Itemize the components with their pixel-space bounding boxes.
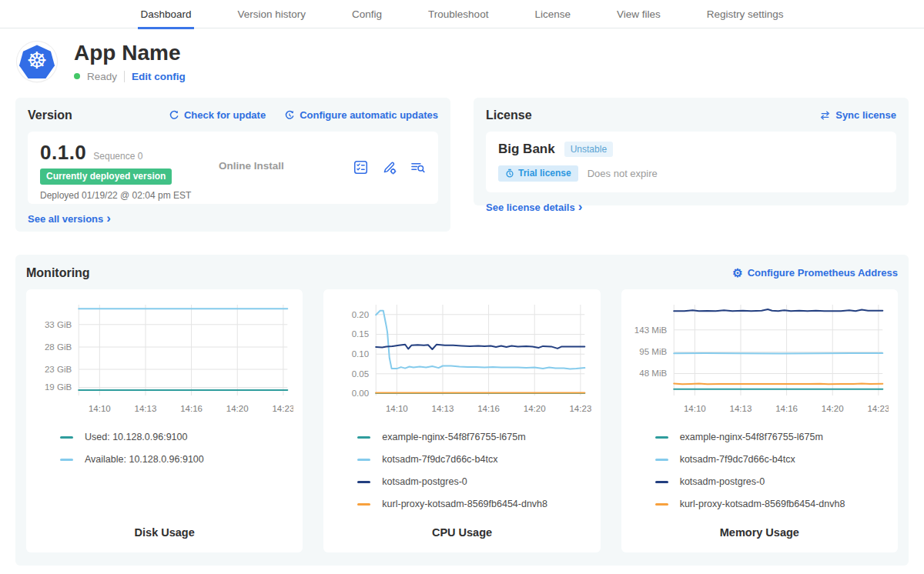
release-notes-icon[interactable] [353,159,369,175]
kubernetes-wheel-icon: ☸ [19,45,55,78]
legend-item: Available: 10.128.0.96:9100 [60,449,293,471]
legend-swatch [655,503,668,506]
legend-label: example-nginx-54f8f76755-l675m [382,432,525,442]
chevron-right-icon: › [578,200,583,213]
edit-config-link[interactable]: Edit config [132,71,186,82]
see-license-details-link[interactable]: See license details › [486,202,896,213]
svg-text:33 GiB: 33 GiB [45,320,72,329]
monitoring-panel: Monitoring ⚙ Configure Prometheus Addres… [15,255,909,566]
memory-usage-chart-card: 48 MiB95 MiB143 MiB14:1014:1314:1614:201… [621,289,898,552]
svg-text:0.10: 0.10 [352,349,369,359]
configure-automatic-updates-link[interactable]: Configure automatic updates [284,109,438,121]
monitoring-heading: Monitoring [26,266,90,280]
legend-label: kotsadm-7f9dc7d66c-b4tcx [382,454,497,465]
tab-dashboard[interactable]: Dashboard [138,8,193,29]
svg-text:14:13: 14:13 [729,404,752,413]
svg-text:14:16: 14:16 [775,404,798,413]
chevron-right-icon: › [106,212,111,225]
legend-label: kurl-proxy-kotsadm-8569fb6454-dnvh8 [680,499,845,509]
svg-text:14:10: 14:10 [684,404,706,413]
legend-swatch [655,436,668,439]
legend-swatch [357,436,370,439]
svg-text:14:23: 14:23 [570,404,591,413]
trial-license-badge: Trial license [498,165,578,182]
svg-text:14:13: 14:13 [432,404,454,413]
deployed-badge: Currently deployed version [40,169,172,185]
legend-swatch [655,481,668,483]
app-header: ☸ App Name Ready Edit config [0,28,924,98]
legend-item: kotsadm-postgres-0 [357,471,591,493]
svg-text:14:20: 14:20 [524,404,546,413]
legend-item: example-nginx-54f8f76755-l675m [655,426,889,449]
top-nav: Dashboard Version history Config Trouble… [0,0,924,28]
cpu-usage-plot: 0.000.050.100.150.2014:1014:1314:1614:20… [333,299,591,420]
cpu-usage-legend: example-nginx-54f8f76755-l675mkotsadm-7f… [333,426,591,516]
divider [124,71,125,82]
legend-swatch [655,459,668,461]
tab-registry-settings[interactable]: Registry settings [705,8,786,29]
svg-text:14:23: 14:23 [272,404,293,413]
sync-license-link[interactable]: Sync license [819,109,896,121]
svg-text:14:16: 14:16 [477,404,500,413]
legend-label: example-nginx-54f8f76755-l675m [680,432,823,442]
svg-text:28 GiB: 28 GiB [45,342,72,352]
svg-text:14:23: 14:23 [867,404,889,413]
see-all-versions-link[interactable]: See all versions › [28,213,438,225]
deploy-logs-icon[interactable] [410,159,426,175]
tab-version-history[interactable]: Version history [236,8,309,29]
svg-text:14:20: 14:20 [226,404,249,413]
schedule-update-icon [284,110,295,121]
version-number: 0.1.0 [40,141,86,165]
tab-license[interactable]: License [532,8,573,29]
legend-swatch [357,481,370,483]
legend-label: Available: 10.128.0.96:9100 [85,454,204,465]
legend-item: kurl-proxy-kotsadm-8569fb6454-dnvh8 [655,493,889,516]
legend-label: kurl-proxy-kotsadm-8569fb6454-dnvh8 [382,499,547,509]
chart-plot: 0.000.050.100.150.2014:1014:1314:1614:20… [333,299,591,420]
channel-badge: Unstable [564,142,613,157]
check-for-update-link[interactable]: Check for update [169,109,266,121]
license-expiry: Does not expire [588,168,658,179]
legend-item: kotsadm-7f9dc7d66c-b4tcx [357,449,591,471]
status-dot-icon [74,73,80,79]
current-version-card: 0.1.0 Sequence 0 Currently deployed vers… [28,132,438,204]
tab-view-files[interactable]: View files [614,8,663,29]
license-panel: License Sync license Big Bank Unstable T… [474,98,909,205]
legend-label: kotsadm-postgres-0 [680,476,765,487]
refresh-icon [169,110,179,121]
cpu-usage-chart-card: 0.000.050.100.150.2014:1014:1314:1614:20… [323,289,600,552]
memory-usage-legend: example-nginx-54f8f76755-l675mkotsadm-7f… [631,426,889,516]
stopwatch-icon [505,169,514,178]
tab-troubleshoot[interactable]: Troubleshoot [426,8,490,29]
customer-name: Big Bank [498,142,555,157]
config-tools-icon[interactable] [381,159,397,175]
app-status: Ready [87,71,117,82]
legend-label: kotsadm-postgres-0 [382,476,467,487]
chart-title: Disk Usage [35,526,293,543]
svg-text:95 MiB: 95 MiB [639,347,667,356]
svg-text:0.00: 0.00 [352,389,369,398]
chart-title: CPU Usage [333,526,591,543]
svg-text:19 GiB: 19 GiB [45,382,72,392]
svg-text:14:20: 14:20 [821,404,843,413]
tab-config[interactable]: Config [350,8,384,29]
svg-text:0.20: 0.20 [352,310,369,319]
configure-prometheus-link[interactable]: ⚙ Configure Prometheus Address [732,267,898,279]
sync-arrows-icon [819,110,831,121]
svg-text:143 MiB: 143 MiB [634,325,668,335]
chart-title: Memory Usage [631,526,889,543]
deployed-timestamp: Deployed 01/19/22 @ 02:04 pm EST [40,190,219,201]
disk-usage-legend: Used: 10.128.0.96:9100Available: 10.128.… [35,426,293,471]
svg-text:0.05: 0.05 [352,369,369,379]
svg-text:14:10: 14:10 [89,404,111,413]
legend-label: Used: 10.128.0.96:9100 [85,432,187,442]
svg-text:14:16: 14:16 [180,404,203,413]
svg-text:0.15: 0.15 [352,329,369,339]
legend-item: example-nginx-54f8f76755-l675m [357,426,591,449]
app-logo: ☸ [17,42,57,82]
memory-usage-plot: 48 MiB95 MiB143 MiB14:1014:1314:1614:201… [631,299,889,420]
legend-swatch [357,459,370,461]
legend-swatch [357,503,370,506]
svg-text:23 GiB: 23 GiB [45,365,72,374]
legend-swatch [60,459,73,461]
